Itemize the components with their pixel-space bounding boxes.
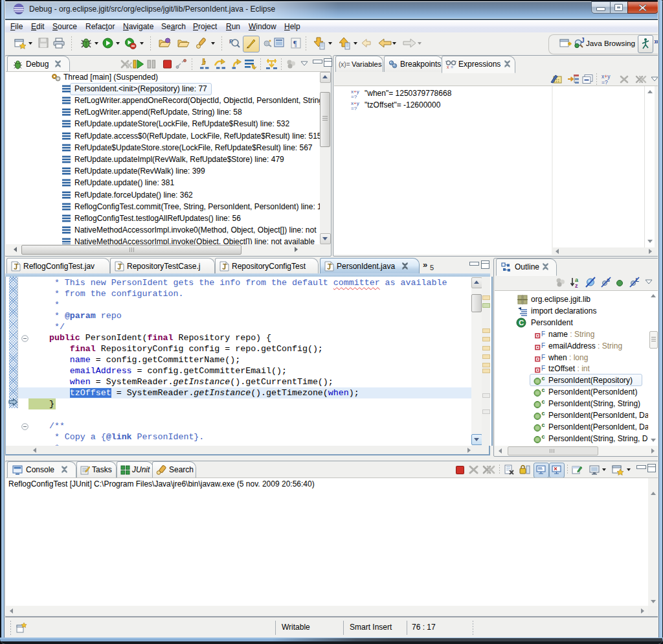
svg-text:¶: ¶ xyxy=(293,39,297,48)
svg-text:c: c xyxy=(542,399,545,405)
svg-text:x: x xyxy=(447,65,449,69)
svg-text:c: c xyxy=(542,411,545,417)
svg-text:=?: =? xyxy=(351,106,357,110)
svg-text:=?: =? xyxy=(351,94,357,98)
svg-text:c: c xyxy=(542,422,545,428)
svg-text:c: c xyxy=(542,434,545,440)
svg-text:=: = xyxy=(451,65,453,69)
svg-text:c: c xyxy=(542,376,545,382)
svg-text:F: F xyxy=(541,342,545,349)
svg-text:=?: =? xyxy=(601,79,608,85)
svg-text:C: C xyxy=(519,319,524,327)
svg-text:F: F xyxy=(541,365,545,372)
svg-text:c: c xyxy=(542,387,545,393)
svg-text:z: z xyxy=(575,282,578,288)
svg-text:F: F xyxy=(541,330,545,338)
svg-text:F: F xyxy=(541,354,545,361)
